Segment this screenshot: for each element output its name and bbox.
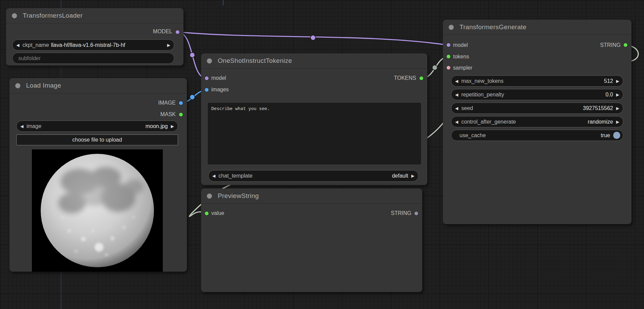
input-label-images: images xyxy=(211,87,229,93)
seed-stepper[interactable]: ◀ seed 3927515562 ▶ xyxy=(451,103,623,114)
node-load-image[interactable]: Load Image IMAGE MASK ◀ image moon.jpg ▶… xyxy=(9,78,187,272)
output-port-mask[interactable] xyxy=(179,112,183,117)
decrement-arrow-icon[interactable]: ◀ xyxy=(20,124,23,128)
widget-label: chat_template xyxy=(218,173,253,179)
decrement-arrow-icon[interactable]: ◀ xyxy=(455,79,458,83)
decrement-arrow-icon[interactable]: ◀ xyxy=(212,174,215,178)
input-label-sampler: sampler xyxy=(453,65,472,71)
widget-value: true xyxy=(601,132,610,139)
image-combo[interactable]: ◀ image moon.jpg ▶ xyxy=(16,121,178,132)
wire-dot xyxy=(190,95,195,100)
node-graph-canvas[interactable]: { "colors": { "wire_model": "#ae93e2", "… xyxy=(0,0,644,309)
chat-template-combo[interactable]: ◀ chat_template default ▶ xyxy=(208,170,418,182)
decrement-arrow-icon[interactable]: ◀ xyxy=(455,106,458,110)
node-title: TransformersGenerate xyxy=(460,23,526,31)
collapse-dot-icon[interactable] xyxy=(15,83,20,88)
collapse-dot-icon[interactable] xyxy=(207,194,212,199)
node-title: OneShotInstructTokenize xyxy=(218,57,292,65)
widget-value: llava-hf/llava-v1.6-mistral-7b-hf xyxy=(51,42,125,48)
node-transformersloader[interactable]: TransformersLoader MODEL ◀ ckpt_name lla… xyxy=(6,8,183,66)
max-new-tokens-stepper[interactable]: ◀ max_new_tokens 512 ▶ xyxy=(451,75,623,87)
node-title: TransformersLoader xyxy=(23,12,83,19)
widget-label: repetition_penalty xyxy=(461,92,504,98)
node-header[interactable]: TransformersLoader xyxy=(6,8,183,23)
increment-arrow-icon[interactable]: ▶ xyxy=(616,106,619,110)
output-label-image: IMAGE xyxy=(158,100,176,106)
input-port-model[interactable] xyxy=(204,76,209,80)
increment-arrow-icon[interactable]: ▶ xyxy=(616,93,619,97)
collapse-dot-icon[interactable] xyxy=(207,58,212,63)
output-port-tokens[interactable] xyxy=(419,76,424,80)
input-label-model: model xyxy=(453,42,468,48)
output-port-model[interactable] xyxy=(175,30,180,34)
node-header[interactable]: OneShotInstructTokenize xyxy=(201,53,427,69)
output-label-string: STRING xyxy=(600,42,621,48)
image-preview-moon xyxy=(32,149,163,272)
use-cache-toggle[interactable]: use_cache true xyxy=(451,130,623,141)
output-port-string[interactable] xyxy=(414,211,418,216)
input-port-model[interactable] xyxy=(446,43,451,47)
output-label-model: MODEL xyxy=(153,29,172,35)
collapse-dot-icon[interactable] xyxy=(449,25,454,30)
wire-dot xyxy=(432,65,437,70)
input-label-value: value xyxy=(211,210,224,216)
increment-arrow-icon[interactable]: ▶ xyxy=(167,43,170,47)
widget-value: 512 xyxy=(604,78,613,84)
node-header[interactable]: PreviewString xyxy=(201,188,422,204)
increment-arrow-icon[interactable]: ▶ xyxy=(411,174,414,178)
widget-value: 3927515562 xyxy=(583,105,613,111)
collapse-dot-icon[interactable] xyxy=(12,13,17,18)
input-port-images[interactable] xyxy=(204,88,209,92)
wire-dot xyxy=(190,53,195,58)
output-label-string: STRING xyxy=(391,210,411,216)
widget-value: 0.0 xyxy=(606,92,613,98)
output-port-string[interactable] xyxy=(623,43,628,47)
output-port-image[interactable] xyxy=(179,101,183,105)
input-label-model: model xyxy=(211,75,226,81)
output-label-mask: MASK xyxy=(160,111,176,117)
widget-label: use_cache xyxy=(460,132,486,139)
node-header[interactable]: Load Image xyxy=(9,78,187,93)
node-transformersgenerate[interactable]: TransformersGenerate model STRING tokens… xyxy=(443,20,631,224)
output-label-tokens: TOKENS xyxy=(394,75,416,81)
toggle-knob-icon[interactable] xyxy=(613,132,620,139)
node-title: Load Image xyxy=(26,82,61,89)
decrement-arrow-icon[interactable]: ◀ xyxy=(455,93,458,97)
decrement-arrow-icon[interactable]: ◀ xyxy=(455,120,458,124)
input-port-sampler[interactable] xyxy=(446,66,451,70)
subfolder-field-pill[interactable] xyxy=(12,53,174,64)
choose-file-button[interactable]: choose file to upload xyxy=(16,134,178,145)
decrement-arrow-icon[interactable]: ◀ xyxy=(16,43,19,47)
node-previewstring[interactable]: PreviewString value STRING xyxy=(201,188,422,292)
increment-arrow-icon[interactable]: ▶ xyxy=(616,120,619,124)
widget-label: image xyxy=(26,123,41,129)
input-port-value[interactable] xyxy=(204,211,209,216)
widget-value: moon.jpg xyxy=(145,123,168,129)
increment-arrow-icon[interactable]: ▶ xyxy=(171,124,174,128)
node-oneshotinstructtokenize[interactable]: OneShotInstructTokenize model images TOK… xyxy=(201,53,427,185)
ckpt-name-combo[interactable]: ◀ ckpt_name llava-hf/llava-v1.6-mistral-… xyxy=(12,39,174,51)
widget-label: max_new_tokens xyxy=(461,78,504,84)
input-label-tokens: tokens xyxy=(453,54,469,60)
node-header[interactable]: TransformersGenerate xyxy=(443,20,631,35)
widget-label: control_after_generate xyxy=(461,119,516,125)
input-port-tokens[interactable] xyxy=(446,54,451,59)
node-title: PreviewString xyxy=(218,192,259,200)
prompt-textarea[interactable]: Describe what you see. xyxy=(208,103,421,164)
subfolder-input[interactable] xyxy=(18,55,170,61)
wire-dot xyxy=(311,35,316,40)
widget-label: seed xyxy=(461,105,473,111)
widget-label: ckpt_name xyxy=(22,42,49,48)
control-after-generate-combo[interactable]: ◀ control_after_generate randomize ▶ xyxy=(451,116,623,127)
repetition-penalty-stepper[interactable]: ◀ repetition_penalty 0.0 ▶ xyxy=(451,89,623,100)
increment-arrow-icon[interactable]: ▶ xyxy=(616,79,619,83)
widget-value: default xyxy=(392,173,408,179)
widget-value: randomize xyxy=(588,119,613,125)
